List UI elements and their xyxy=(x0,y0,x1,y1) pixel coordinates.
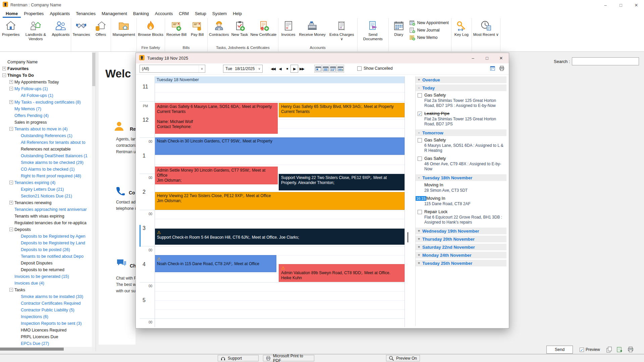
ribbon-properties[interactable]: Properties xyxy=(1,19,20,38)
sidebar-item[interactable]: Regulated tenancies due for re-applica xyxy=(0,220,92,226)
task-item[interactable]: ✓Leaking PipeFlat 2a Shimlas Tower 125 G… xyxy=(416,111,506,127)
collapse-icon[interactable]: − xyxy=(9,181,13,184)
task-checkbox[interactable]: ✓ xyxy=(418,112,422,116)
menu-setup[interactable]: Setup xyxy=(192,10,209,16)
diary-filter-select[interactable]: (All) ∨ xyxy=(140,65,205,73)
task-section-header[interactable]: -Today xyxy=(416,84,506,91)
expand-icon[interactable]: + xyxy=(416,245,422,249)
ribbon-landlords-vendors[interactable]: Landlords & Vendors xyxy=(20,19,51,42)
sidebar-item[interactable]: +My Tasks - excluding certificates (8) xyxy=(0,99,92,106)
ribbon-send-documents[interactable]: Send Documents xyxy=(358,19,388,42)
sidebar-item[interactable]: Section21 Notices Due (21) xyxy=(0,193,92,199)
expand-icon[interactable]: + xyxy=(416,261,422,265)
sidebar-item[interactable]: Deposits to be Registered by Agen xyxy=(0,233,92,240)
sidebar-item[interactable]: −Tenancies expiring (4) xyxy=(0,179,92,186)
copy-documents-icon[interactable] xyxy=(606,346,612,353)
appointment[interactable]: Support Viewing 22 Two Sisters Close, PE… xyxy=(279,174,405,190)
collapse-icon[interactable]: − xyxy=(2,73,6,77)
task-item[interactable]: Repair LockFlat 6 Equicourt 22 Grove Roa… xyxy=(416,209,506,225)
menu-home[interactable]: Home xyxy=(3,10,21,18)
sidebar-item[interactable]: +My Appointments Today xyxy=(0,79,92,85)
ribbon-new-task[interactable]: New Task xyxy=(230,19,250,38)
dialog-maximize-icon[interactable]: □ xyxy=(480,53,494,63)
expand-icon[interactable]: + xyxy=(2,67,6,70)
collapse-icon[interactable]: − xyxy=(9,87,13,90)
maximize-icon[interactable]: □ xyxy=(613,0,629,10)
export-icon[interactable] xyxy=(616,346,623,353)
menu-applicants[interactable]: Applicants xyxy=(47,10,73,16)
sidebar-item[interactable]: Tenancies approaching rent anniversar xyxy=(0,206,92,213)
sidebar-item[interactable]: −Tasks xyxy=(0,287,92,293)
collapse-icon[interactable]: - xyxy=(416,85,422,90)
appointment[interactable]: ⚠Support Check-in Room 5 64 Beacon Hill,… xyxy=(155,229,405,245)
sidebar-item[interactable]: −My Follow-ups (1) xyxy=(0,85,92,92)
sidebar-item[interactable]: Company Name xyxy=(0,59,92,65)
sidebar-item[interactable]: Outstanding DealSheet Balances (1 xyxy=(0,153,92,159)
dialog-close-icon[interactable]: ✕ xyxy=(494,53,508,63)
timeline-view-button[interactable] xyxy=(336,65,344,73)
menu-help[interactable]: Help xyxy=(230,10,245,16)
expand-icon[interactable]: + xyxy=(416,229,422,233)
stop-button[interactable]: ■ xyxy=(283,65,290,73)
sidebar-item[interactable]: Expiry Letters Due (21) xyxy=(0,186,92,193)
week-view-button[interactable] xyxy=(322,65,329,73)
sidebar-item[interactable]: Deposit Disputes xyxy=(0,260,92,266)
send-button[interactable]: Send xyxy=(546,346,573,354)
dialog-minimize-icon[interactable]: – xyxy=(466,53,480,63)
task-checkbox[interactable] xyxy=(418,93,422,98)
ribbon-offers[interactable]: Offers xyxy=(91,19,110,38)
sidebar-splitter[interactable] xyxy=(96,52,96,351)
task-item[interactable]: Moving In28 Simon Ave, CT3 5DT xyxy=(416,182,506,193)
ribbon-most-recent[interactable]: Most Recent ∨ xyxy=(472,19,500,38)
ribbon-invoices[interactable]: Invoices xyxy=(279,19,298,38)
preview-checkbox[interactable]: ✓ xyxy=(580,348,584,352)
task-item[interactable]: Gas Safety46 Omer Ave, CT9 4BX : Assigne… xyxy=(416,156,506,172)
sidebar-item[interactable]: Invoices to be generated (15) xyxy=(0,273,92,280)
ribbon-new-appointment[interactable]: New Appointment xyxy=(409,19,449,26)
ribbon-new-certificate[interactable]: New Certificate xyxy=(250,19,278,38)
appointment[interactable]: ⚠Admin Valuation 89b Sweyn Road, CT8 9DD… xyxy=(279,264,405,282)
sidebar-item[interactable]: Deposits to be returned xyxy=(0,266,92,273)
task-section-header[interactable]: +Overdue xyxy=(416,76,506,83)
menu-accounts[interactable]: Accounts xyxy=(152,10,176,16)
sidebar-horizontal-scrollbar[interactable] xyxy=(0,347,92,351)
sidebar-item[interactable]: +Favourites xyxy=(0,65,92,72)
last-day-button[interactable]: ▶▶ xyxy=(298,65,305,73)
menu-crm[interactable]: CRM xyxy=(176,10,192,16)
sidebar-item[interactable]: Smoke alarms to be checked (29) xyxy=(0,159,92,166)
sidebar-item[interactable]: Smoke alarms to be installed (33) xyxy=(0,293,92,300)
ribbon-diary[interactable]: Diary xyxy=(389,19,409,38)
sidebar-item[interactable]: −Tenants about to move in (4) xyxy=(0,126,92,132)
sidebar-item[interactable]: Tenants with visas expiring xyxy=(0,213,92,220)
sidebar-item[interactable]: All Follow-ups (1) xyxy=(0,92,92,99)
appointment[interactable]: Henry Gas Safety 65 Silbury Blvd, MK9 3A… xyxy=(279,103,405,117)
task-section-header[interactable]: +Saturday 22nd November xyxy=(416,244,506,250)
task-section-header[interactable]: -Tomorrow xyxy=(416,129,506,136)
sidebar-item[interactable]: −Deposits xyxy=(0,226,92,233)
collapse-icon[interactable]: − xyxy=(9,288,13,292)
sidebar-item[interactable]: Deposits to be Registered by Land xyxy=(0,240,92,246)
ribbon-tenancies[interactable]: Tenancies xyxy=(71,19,91,38)
expand-icon[interactable]: + xyxy=(416,237,422,241)
sidebar-item[interactable]: Inspections (6) xyxy=(0,313,92,320)
sidebar-item[interactable]: −Things To Do xyxy=(0,72,92,79)
menu-banking[interactable]: Banking xyxy=(130,10,152,16)
sidebar-item[interactable]: Offers Pending (4) xyxy=(0,112,92,119)
previous-day-button[interactable]: ◀ xyxy=(276,65,283,73)
ribbon-contractors[interactable]: Contractors xyxy=(208,19,230,38)
sidebar-item[interactable]: EPCs Due (27) xyxy=(0,340,92,347)
sidebar-item[interactable]: Right to Rent proof required (48) xyxy=(0,173,92,179)
collapse-icon[interactable]: − xyxy=(9,127,13,131)
ribbon-applicants[interactable]: Applicants xyxy=(51,19,70,38)
ribbon-new-journal[interactable]: New Journal xyxy=(409,26,449,34)
sidebar-item[interactable]: Invoices due (4) xyxy=(0,280,92,287)
sidebar-item[interactable]: +Tenancies renewing xyxy=(0,199,92,206)
sidebar-item[interactable]: Tenants to be notified about Depo xyxy=(0,253,92,260)
expand-icon[interactable]: + xyxy=(9,201,13,204)
sidebar-item[interactable]: Deposits to be posted (26) xyxy=(0,246,92,253)
sidebar-item[interactable]: Outstanding References (1) xyxy=(0,132,92,139)
sidebar-item[interactable]: Contractor Certificates Required xyxy=(0,300,92,307)
appointment[interactable]: Noah Check-in 30 Lincoln Gardens, CT7 9S… xyxy=(155,137,405,155)
menu-properties[interactable]: Properties xyxy=(21,10,47,16)
printer-icon[interactable] xyxy=(627,346,634,353)
